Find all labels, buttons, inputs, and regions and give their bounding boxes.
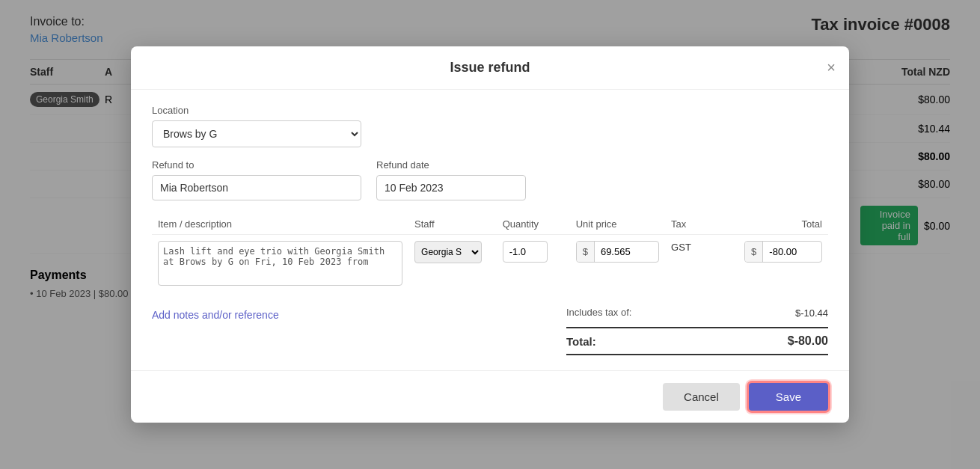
staff-cell: Georgia S	[408, 234, 497, 294]
cancel-button[interactable]: Cancel	[663, 383, 740, 411]
notes-section: Add notes and/or reference	[152, 301, 279, 321]
th-quantity: Quantity	[497, 214, 570, 235]
refund-date-label: Refund date	[376, 159, 526, 171]
includes-tax-value: $-10.44	[795, 307, 828, 319]
includes-tax-label: Includes tax of:	[566, 306, 631, 319]
th-item-desc: Item / description	[152, 214, 408, 235]
refund-to-group: Refund to	[152, 159, 361, 200]
modal-footer: Cancel Save	[131, 370, 849, 423]
unit-price-input[interactable]	[595, 242, 647, 262]
save-button[interactable]: Save	[749, 383, 828, 411]
staff-select[interactable]: Georgia S	[414, 241, 482, 263]
total-cell: $	[738, 234, 828, 294]
refund-to-input[interactable]	[152, 175, 361, 200]
quantity-cell	[497, 234, 570, 294]
th-tax: Tax	[665, 214, 738, 235]
add-notes-link[interactable]: Add notes and/or reference	[152, 309, 279, 321]
includes-tax-row: Includes tax of: $-10.44	[566, 301, 828, 324]
modal-body: Location Brows by G Refund to Refund dat…	[131, 90, 849, 370]
th-unit-price: Unit price	[570, 214, 665, 235]
table-row: Lash lift and eye trio with Georgia Smit…	[152, 234, 828, 294]
bottom-section: Add notes and/or reference Includes tax …	[152, 301, 828, 355]
unit-price-cell: $	[570, 234, 665, 294]
totals-section: Includes tax of: $-10.44 Total: $-80.00	[566, 301, 828, 355]
location-group: Location Brows by G	[152, 105, 361, 147]
quantity-input[interactable]	[503, 241, 548, 263]
modal-close-button[interactable]: ×	[827, 60, 836, 75]
modal-items-table: Item / description Staff Quantity Unit p…	[152, 214, 828, 294]
refund-date-group: Refund date	[376, 159, 526, 200]
refund-row: Refund to Refund date	[152, 159, 828, 200]
refund-date-input[interactable]	[376, 175, 526, 200]
total-row: Total: $-80.00	[566, 327, 828, 355]
total-value: $-80.00	[788, 334, 828, 348]
total-prefix: $	[745, 242, 763, 262]
location-select[interactable]: Brows by G	[152, 120, 361, 147]
refund-to-label: Refund to	[152, 159, 361, 171]
tax-label: GST	[671, 236, 691, 253]
unit-price-input-group: $	[576, 241, 659, 263]
modal-header: Issue refund ×	[131, 46, 849, 90]
issue-refund-modal: Issue refund × Location Brows by G Refun…	[131, 46, 849, 423]
tax-cell: GST	[665, 234, 738, 294]
total-input[interactable]	[763, 242, 815, 262]
th-total: Total	[738, 214, 828, 235]
total-input-group: $	[744, 241, 822, 263]
total-label: Total:	[566, 335, 596, 348]
unit-price-prefix: $	[577, 242, 595, 262]
th-staff: Staff	[408, 214, 497, 235]
location-label: Location	[152, 105, 361, 116]
item-description-textarea[interactable]: Lash lift and eye trio with Georgia Smit…	[158, 241, 402, 286]
item-desc-cell: Lash lift and eye trio with Georgia Smit…	[152, 234, 408, 294]
modal-overlay: Issue refund × Location Brows by G Refun…	[0, 0, 980, 469]
modal-title: Issue refund	[450, 60, 530, 76]
